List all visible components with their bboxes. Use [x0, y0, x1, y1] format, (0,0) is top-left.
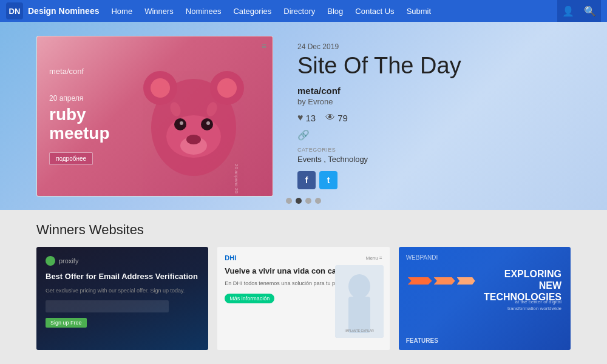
views-stat: 👁 79: [325, 112, 348, 123]
link-icon[interactable]: 🔗: [297, 129, 571, 141]
user-icon: 👤: [562, 5, 574, 17]
card-1-logo-icon: [46, 256, 55, 266]
card-2-image: IMPLANTE CAPILAR: [335, 265, 384, 338]
svg-point-4: [217, 78, 237, 98]
card-1-inner: proxify Best Offer for Email Address Ver…: [36, 247, 208, 350]
twitter-button[interactable]: t: [319, 171, 337, 189]
winners-title: Winners Websites: [36, 222, 571, 238]
card-2-header: DHI Menu ≡: [225, 254, 382, 261]
card-3-arrows: [408, 277, 475, 285]
bear-graphic: 20 апреля 2019 | Evrone: [133, 42, 254, 194]
hero-image-more-button[interactable]: подробнее: [49, 152, 93, 165]
card-3-header: WEBPANDI: [406, 254, 563, 261]
svg-point-11: [206, 121, 210, 125]
card-3-bottom: FEATURES: [406, 337, 563, 344]
card-1-sub: Get exclusive pricing with our special o…: [46, 287, 199, 295]
winners-section: Winners Websites proxify Best Offer for …: [0, 210, 607, 364]
hero-image-inner: ≡ meta/conf 20 апреля ruby meetup подроб…: [37, 36, 273, 196]
hero-date: 24 Dec 2019: [297, 42, 571, 51]
hero-site-name: meta/conf: [297, 86, 571, 96]
winner-card-3[interactable]: WEBPANDI EXPLORINGNEWTECHNOLOGIES at the…: [399, 247, 571, 350]
card-1-btn[interactable]: Sign up Free: [46, 318, 87, 328]
card-3-inner: WEBPANDI EXPLORINGNEWTECHNOLOGIES at the…: [399, 247, 571, 350]
eye-icon: 👁: [325, 112, 335, 123]
hero-image-title: ruby meetup: [49, 106, 110, 143]
dot-2[interactable]: [296, 198, 302, 204]
hero-image-container[interactable]: ≡ meta/conf 20 апреля ruby meetup подроб…: [36, 36, 273, 197]
svg-point-10: [180, 121, 183, 125]
hero-info: 24 Dec 2019 Site Of The Day meta/conf by…: [297, 42, 571, 190]
logo-text: Design Nominees: [28, 6, 99, 16]
views-count: 79: [337, 113, 348, 123]
card-3-headline: EXPLORINGNEWTECHNOLOGIES: [484, 268, 561, 303]
nav-item-directory[interactable]: Directory: [277, 0, 321, 22]
nav-item-nominees[interactable]: Nominees: [180, 0, 228, 22]
likes-stat: ♥ 13: [297, 112, 316, 123]
card-2-inner: DHI Menu ≡ Vuelve a vivir una vida con c…: [217, 247, 389, 350]
hero-image-text: meta/conf 20 апреля ruby meetup подробне…: [49, 67, 110, 165]
svg-point-3: [151, 78, 170, 98]
hero-social: f t: [297, 171, 571, 189]
search-icon: 🔍: [584, 5, 596, 17]
svg-text:20 апреля 2019 | Evrone: 20 апреля 2019 | Evrone: [234, 164, 239, 194]
hero-categories: Events , Technology: [297, 155, 571, 164]
winner-card-2[interactable]: DHI Menu ≡ Vuelve a vivir una vida con c…: [217, 247, 389, 350]
hero-image-site-name: meta/conf: [49, 67, 110, 76]
facebook-button[interactable]: f: [297, 171, 316, 189]
svg-text:IMPLANTE CAPILAR: IMPLANTE CAPILAR: [345, 329, 374, 332]
categories-label: CATEGORIES: [297, 147, 571, 153]
carousel-dots: [286, 198, 321, 204]
dot-1[interactable]: [286, 198, 292, 204]
header: DN Design Nominees HomeWinnersNomineesCa…: [0, 0, 607, 22]
dot-3[interactable]: [305, 198, 311, 204]
arrow-3: [457, 277, 475, 285]
nav-item-home[interactable]: Home: [105, 0, 138, 22]
logo-icon: DN: [6, 2, 23, 19]
heart-icon: ♥: [297, 112, 304, 123]
svg-rect-17: [348, 297, 370, 333]
arrow-1: [408, 277, 432, 285]
card-1-form: [46, 300, 169, 312]
card-3-sub: at the center of digital transformation …: [489, 298, 561, 312]
nav-item-winners[interactable]: Winners: [138, 0, 180, 22]
winners-grid: proxify Best Offer for Email Address Ver…: [36, 247, 571, 350]
card-1-logo: proxify: [46, 256, 199, 266]
nav-item-contact[interactable]: Contact Us: [349, 0, 400, 22]
card-2-btn[interactable]: Más información: [225, 294, 274, 303]
svg-point-16: [348, 274, 370, 298]
likes-count: 13: [306, 113, 316, 123]
hero-section: ≡ meta/conf 20 апреля ruby meetup подроб…: [0, 22, 607, 210]
hero-author: by Evrone: [297, 97, 571, 106]
search-icon-button[interactable]: 🔍: [579, 0, 601, 22]
user-icon-button[interactable]: 👤: [557, 0, 579, 22]
hero-image-date: 20 апреля: [49, 94, 110, 103]
hero-stats: ♥ 13 👁 79: [297, 112, 571, 123]
hero-title: Site Of The Day: [297, 53, 571, 79]
card-3-label: FEATURES: [406, 337, 438, 344]
main-nav: HomeWinnersNomineesCategoriesDirectoryBl…: [105, 0, 557, 22]
nav-item-submit[interactable]: Submit: [401, 0, 437, 22]
winner-card-1[interactable]: proxify Best Offer for Email Address Ver…: [36, 247, 208, 350]
card-1-logo-text: proxify: [59, 257, 78, 265]
hero-menu-icon: ≡: [262, 41, 266, 51]
card-2-nav: Menu ≡: [366, 255, 382, 261]
nav-item-blog[interactable]: Blog: [321, 0, 349, 22]
nav-item-categories[interactable]: Categories: [227, 0, 277, 22]
logo-block[interactable]: DN Design Nominees: [6, 2, 99, 19]
header-icons: 👤 🔍: [557, 0, 601, 22]
dot-4[interactable]: [315, 198, 321, 204]
arrow-2: [434, 277, 455, 285]
card-1-headline: Best Offer for Email Address Verificatio…: [46, 272, 199, 282]
card-2-logo: DHI: [225, 254, 236, 261]
svg-point-7: [186, 135, 201, 144]
